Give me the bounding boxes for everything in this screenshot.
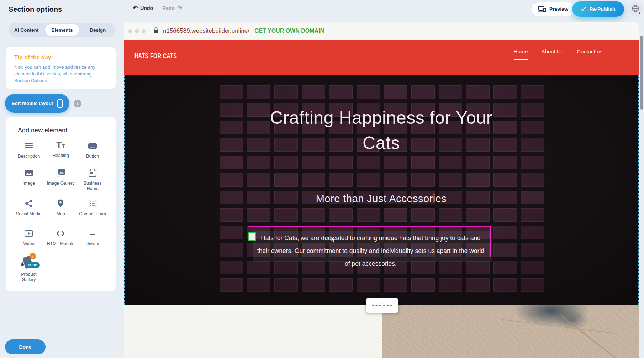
hero-tile	[493, 103, 517, 116]
paving-crack	[561, 315, 629, 358]
selected-text-element[interactable]: Hats for Cats, we are dedicated to craft…	[248, 226, 491, 257]
undo-button[interactable]: ↶ Undo	[133, 5, 153, 11]
tip-heading: Tip of the day:	[14, 54, 107, 61]
hero-tile	[384, 278, 407, 292]
hero-tile	[493, 226, 517, 239]
hero-tile	[493, 208, 517, 222]
contact-form-icon	[87, 198, 98, 209]
element-divider[interactable]: Divider	[76, 228, 109, 255]
hero-tile	[521, 261, 544, 274]
sidebar-divider	[5, 332, 116, 332]
next-section[interactable]	[124, 305, 639, 358]
hero-tile	[329, 208, 353, 222]
nav-about-us[interactable]: About Us	[542, 48, 564, 59]
undo-icon: ↶	[133, 5, 138, 11]
element-contact-form[interactable]: Contact Form	[76, 198, 109, 228]
hero-tile	[466, 278, 490, 292]
element-social-media[interactable]: Social Media	[13, 198, 45, 228]
hero-tile	[247, 103, 270, 116]
hero-tile	[357, 156, 380, 169]
hero-tile	[411, 156, 435, 169]
nav-more-button[interactable]: ···	[616, 48, 622, 59]
section-resize-handle[interactable]: ↓ ↑	[366, 298, 398, 313]
site-logo[interactable]: HATS FOR CATS	[134, 52, 177, 60]
hero-tile	[439, 156, 462, 169]
redo-button[interactable]: Redo ↷	[162, 5, 182, 11]
divider-icon	[87, 228, 98, 239]
element-description[interactable]: Description	[13, 141, 45, 168]
hero-tile	[329, 85, 353, 99]
hero-heading[interactable]: Crafting Happiness for Your Cats	[268, 105, 495, 156]
hero-section-selected[interactable]: Crafting Happiness for Your Cats More th…	[124, 75, 639, 305]
element-image[interactable]: Image	[13, 168, 45, 198]
business-hours-icon	[87, 168, 98, 178]
hero-tile	[274, 156, 298, 169]
vertical-scrollbar-thumb[interactable]	[640, 36, 643, 110]
hero-tile	[220, 156, 243, 169]
hero-tile	[220, 208, 243, 222]
site-url[interactable]: n1566589.websitebuilder.online/	[163, 27, 249, 35]
hero-subheading[interactable]: More than Just Accessories	[257, 193, 506, 205]
image-gallery-icon	[55, 168, 66, 178]
hero-tile	[493, 121, 517, 134]
image-icon	[23, 168, 34, 178]
tab-design[interactable]: Design	[81, 24, 115, 36]
add-element-panel: Add new element Description TT Heading B…	[6, 117, 116, 291]
hero-tile	[357, 85, 380, 99]
upgrade-badge-icon: ↑	[30, 253, 36, 259]
site-nav: Home About Us Contact us ···	[514, 48, 622, 60]
hero-tile	[466, 173, 490, 186]
done-button[interactable]: Done	[5, 339, 46, 354]
element-image-gallery[interactable]: Image Gallery	[45, 168, 77, 198]
hero-tile	[220, 121, 243, 134]
tab-elements[interactable]: Elements	[45, 24, 79, 36]
redo-icon: ↷	[177, 5, 182, 11]
hero-tile	[384, 173, 407, 186]
hero-tile	[302, 85, 325, 99]
hero-tile	[521, 191, 544, 204]
hero-tile	[521, 208, 544, 222]
hero-tile	[329, 173, 353, 186]
edit-mobile-layout-button[interactable]: Edit mobile layout	[5, 94, 69, 113]
selection-drag-handle[interactable]	[248, 232, 256, 241]
top-toolbar: Section options ↶ Undo Redo ↷ Preview	[0, 0, 644, 19]
tab-ai-content[interactable]: AI Content	[10, 24, 43, 36]
element-html-module[interactable]: HTML Module	[45, 228, 77, 255]
hero-tile	[329, 278, 353, 292]
element-product-gallery[interactable]: ↑ SHOP Product Gallery	[13, 255, 45, 289]
hero-paragraph[interactable]: Hats for Cats, we are dedicated to craft…	[257, 232, 485, 270]
preview-button[interactable]: Preview	[531, 2, 576, 16]
hero-tile	[493, 278, 517, 292]
hero-tile	[247, 208, 270, 222]
hero-tile	[466, 85, 490, 99]
nav-contact-us[interactable]: Contact us	[577, 48, 602, 59]
hero-tile	[411, 85, 435, 99]
hero-tile	[220, 85, 243, 99]
hero-tile	[329, 156, 353, 169]
shop-badge: SHOP	[25, 262, 40, 268]
nav-home[interactable]: Home	[514, 48, 528, 60]
info-icon[interactable]: i	[74, 100, 81, 107]
hero-tile	[357, 208, 380, 222]
hero-tile	[247, 156, 270, 169]
element-button[interactable]: Button	[76, 141, 109, 168]
republish-button[interactable]: Re-Publish	[572, 1, 624, 17]
element-video[interactable]: Video	[13, 228, 45, 255]
button-icon	[87, 141, 98, 151]
element-map[interactable]: Map	[45, 198, 77, 228]
element-heading[interactable]: TT Heading	[45, 141, 77, 168]
hero-tile	[357, 173, 380, 186]
hero-tile	[521, 173, 544, 186]
hero-tile	[274, 278, 298, 292]
hero-tile	[411, 173, 435, 186]
hero-tile	[247, 85, 270, 99]
product-gallery-icon: ↑ SHOP	[19, 255, 39, 269]
arrow-up-icon: ↑	[381, 306, 384, 310]
hero-tile	[220, 138, 243, 152]
hero-tile	[521, 156, 544, 169]
language-globe-button[interactable]	[628, 2, 643, 16]
hero-tile	[439, 208, 462, 222]
get-domain-link[interactable]: GET YOUR OWN DOMAIN	[254, 28, 324, 34]
tip-body: Now you can add, move and resize any ele…	[14, 64, 107, 84]
element-business-hours[interactable]: Business Hours	[76, 168, 109, 198]
